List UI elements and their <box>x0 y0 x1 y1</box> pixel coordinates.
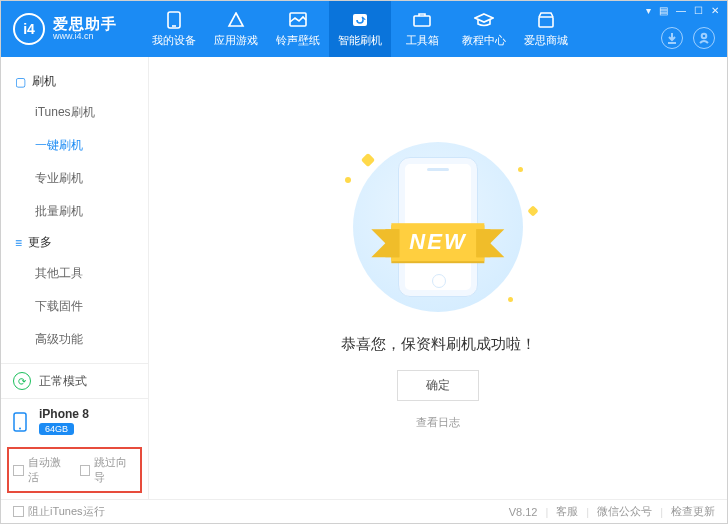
window-controls: ▾ ▤ — ☐ ✕ <box>646 5 719 16</box>
update-link[interactable]: 检查更新 <box>671 504 715 519</box>
skin-icon[interactable]: ▤ <box>659 5 668 16</box>
success-illustration: NEW <box>333 137 543 317</box>
nav-label: 教程中心 <box>462 33 506 48</box>
ok-button[interactable]: 确定 <box>397 370 479 401</box>
version-label: V8.12 <box>509 506 538 518</box>
download-icon[interactable] <box>661 27 683 49</box>
checkbox-label: 自动激活 <box>28 455 70 485</box>
device-mode[interactable]: ⟳ 正常模式 <box>1 364 148 399</box>
header: i4 爱思助手 www.i4.cn 我的设备 应用游戏 铃声壁纸 智能刷机 <box>1 1 727 57</box>
nav-tutor[interactable]: 教程中心 <box>453 1 515 57</box>
maximize-icon[interactable]: ☐ <box>694 5 703 16</box>
nav-mall[interactable]: 爱思商城 <box>515 1 577 57</box>
minimize-icon[interactable]: — <box>676 5 686 16</box>
sidebar-item-itunes[interactable]: iTunes刷机 <box>1 96 148 129</box>
sidebar-group-flash[interactable]: ▢ 刷机 <box>1 67 148 96</box>
device-row[interactable]: iPhone 8 64GB <box>1 399 148 443</box>
svg-rect-4 <box>414 16 430 26</box>
svg-point-8 <box>19 428 21 430</box>
new-ribbon: NEW <box>391 223 484 261</box>
nav-ring[interactable]: 铃声壁纸 <box>267 1 329 57</box>
nav-label: 爱思商城 <box>524 33 568 48</box>
sidebar-group-title: 更多 <box>28 234 52 251</box>
brand-block: i4 爱思助手 www.i4.cn <box>13 13 143 45</box>
nav-label: 智能刷机 <box>338 33 382 48</box>
sidebar-group-title: 刷机 <box>32 73 56 90</box>
sidebar: ▢ 刷机 iTunes刷机 一键刷机 专业刷机 批量刷机 ≡ 更多 其他工具 下… <box>1 57 149 499</box>
apps-icon <box>226 11 246 29</box>
main-panel: NEW 恭喜您，保资料刷机成功啦！ 确定 查看日志 <box>149 57 727 499</box>
device-mode-label: 正常模式 <box>39 373 87 390</box>
graduation-icon <box>474 11 494 29</box>
nav-label: 工具箱 <box>406 33 439 48</box>
footer-right: V8.12 | 客服 | 微信公众号 | 检查更新 <box>509 504 715 519</box>
brand-text: 爱思助手 www.i4.cn <box>53 16 117 42</box>
flash-icon <box>350 11 370 29</box>
nav-tools[interactable]: 工具箱 <box>391 1 453 57</box>
phone-icon <box>164 11 184 29</box>
sidebar-scroll: ▢ 刷机 iTunes刷机 一键刷机 专业刷机 批量刷机 ≡ 更多 其他工具 下… <box>1 57 148 363</box>
sidebar-item-othertools[interactable]: 其他工具 <box>1 257 148 290</box>
support-link[interactable]: 客服 <box>556 504 578 519</box>
block-itunes-checkbox[interactable]: 阻止iTunes运行 <box>13 504 105 519</box>
brand-url: www.i4.cn <box>53 32 117 42</box>
sidebar-item-batch[interactable]: 批量刷机 <box>1 195 148 228</box>
sidebar-bottom: ⟳ 正常模式 iPhone 8 64GB 自动激活 跳过向导 <box>1 363 148 499</box>
sidebar-item-downloadfw[interactable]: 下载固件 <box>1 290 148 323</box>
separator: | <box>660 506 663 518</box>
storage-badge: 64GB <box>39 423 74 435</box>
wechat-link[interactable]: 微信公众号 <box>597 504 652 519</box>
menu-icon[interactable]: ▾ <box>646 5 651 16</box>
success-message: 恭喜您，保资料刷机成功啦！ <box>341 335 536 354</box>
highlight-checks: 自动激活 跳过向导 <box>7 447 142 493</box>
nav-label: 应用游戏 <box>214 33 258 48</box>
ribbon-text: NEW <box>391 223 484 261</box>
nav-apps[interactable]: 应用游戏 <box>205 1 267 57</box>
view-log-link[interactable]: 查看日志 <box>416 415 460 430</box>
app-window: i4 爱思助手 www.i4.cn 我的设备 应用游戏 铃声壁纸 智能刷机 <box>0 0 728 524</box>
sidebar-group-more[interactable]: ≡ 更多 <box>1 228 148 257</box>
user-icon[interactable] <box>693 27 715 49</box>
separator: | <box>586 506 589 518</box>
sidebar-item-advanced[interactable]: 高级功能 <box>1 323 148 356</box>
refresh-icon: ⟳ <box>13 372 31 390</box>
separator: | <box>545 506 548 518</box>
auto-activate-checkbox[interactable]: 自动激活 <box>13 455 70 485</box>
sidebar-item-onekey[interactable]: 一键刷机 <box>1 129 148 162</box>
header-right <box>661 27 715 49</box>
toolbox-icon <box>412 11 432 29</box>
nav-device[interactable]: 我的设备 <box>143 1 205 57</box>
nav-label: 铃声壁纸 <box>276 33 320 48</box>
nav-label: 我的设备 <box>152 33 196 48</box>
more-icon: ≡ <box>15 236 22 250</box>
wallpaper-icon <box>288 11 308 29</box>
phone-small-icon: ▢ <box>15 75 26 89</box>
brand-name: 爱思助手 <box>53 16 117 33</box>
close-icon[interactable]: ✕ <box>711 5 719 16</box>
svg-point-6 <box>702 34 707 39</box>
device-info: iPhone 8 64GB <box>39 407 89 435</box>
sidebar-item-pro[interactable]: 专业刷机 <box>1 162 148 195</box>
top-nav: 我的设备 应用游戏 铃声壁纸 智能刷机 工具箱 教程中心 <box>143 1 577 57</box>
checkbox-label: 阻止iTunes运行 <box>28 504 105 519</box>
svg-rect-3 <box>353 14 367 26</box>
mall-icon <box>536 11 556 29</box>
logo-icon: i4 <box>13 13 45 45</box>
skip-guide-checkbox[interactable]: 跳过向导 <box>80 455 137 485</box>
device-name: iPhone 8 <box>39 407 89 421</box>
svg-rect-5 <box>539 17 553 27</box>
nav-flash[interactable]: 智能刷机 <box>329 1 391 57</box>
footer: 阻止iTunes运行 V8.12 | 客服 | 微信公众号 | 检查更新 <box>1 499 727 523</box>
body: ▢ 刷机 iTunes刷机 一键刷机 专业刷机 批量刷机 ≡ 更多 其他工具 下… <box>1 57 727 499</box>
iphone-icon <box>13 412 31 430</box>
checkbox-label: 跳过向导 <box>94 455 136 485</box>
